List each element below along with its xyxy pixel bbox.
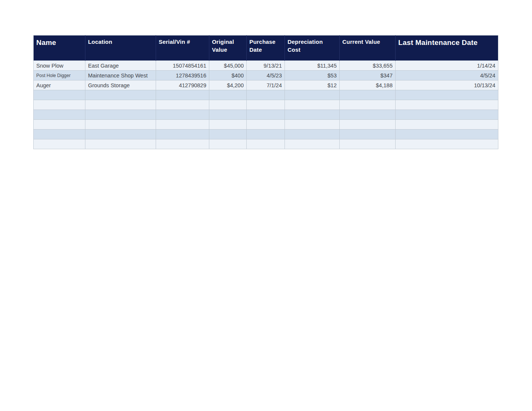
empty-cell <box>34 100 85 110</box>
empty-cell <box>285 110 340 120</box>
cell-current-value: $33,655 <box>340 61 396 71</box>
empty-row <box>34 110 498 120</box>
empty-row <box>34 139 498 149</box>
cell-name: Post Hole Digger <box>34 71 85 80</box>
cell-depreciation-cost: $53 <box>285 71 340 80</box>
empty-row <box>34 100 498 110</box>
empty-cell <box>209 100 247 110</box>
empty-cell <box>396 100 498 110</box>
empty-cell <box>247 90 285 100</box>
empty-cell <box>34 130 85 139</box>
empty-cell <box>156 90 209 100</box>
empty-cell <box>340 100 396 110</box>
empty-row <box>34 120 498 130</box>
asset-table: NameLocationSerial/Vin #Original ValuePu… <box>33 35 498 149</box>
cell-purchase-date: 4/5/23 <box>247 71 285 80</box>
empty-cell <box>209 130 247 139</box>
empty-cell <box>34 139 85 149</box>
cell-current-value: $347 <box>340 71 396 80</box>
empty-cell <box>209 139 247 149</box>
cell-name: Auger <box>34 80 85 90</box>
table-row: Snow PlowEast Garage15074854161$45,0009/… <box>34 61 498 71</box>
empty-cell <box>340 139 396 149</box>
empty-cell <box>209 110 247 120</box>
empty-cell <box>85 100 156 110</box>
empty-cell <box>247 120 285 130</box>
empty-cell <box>285 100 340 110</box>
empty-cell <box>85 90 156 100</box>
cell-original-value: $45,000 <box>209 61 247 71</box>
empty-cell <box>156 100 209 110</box>
empty-cell <box>247 130 285 139</box>
empty-cell <box>247 139 285 149</box>
cell-location: Grounds Storage <box>85 80 156 90</box>
empty-cell <box>396 130 498 139</box>
empty-cell <box>156 139 209 149</box>
empty-cell <box>340 130 396 139</box>
empty-cell <box>34 120 85 130</box>
column-header-purchase-date: Purchase Date <box>247 36 285 61</box>
cell-current-value: $4,188 <box>340 80 396 90</box>
cell-depreciation-cost: $12 <box>285 80 340 90</box>
empty-cell <box>85 120 156 130</box>
column-header-last-maintenance-date: Last Maintenance Date <box>396 36 498 61</box>
asset-table-container: NameLocationSerial/Vin #Original ValuePu… <box>33 35 498 149</box>
cell-purchase-date: 7/1/24 <box>247 80 285 90</box>
empty-cell <box>285 139 340 149</box>
empty-cell <box>85 130 156 139</box>
cell-name: Snow Plow <box>34 61 85 71</box>
empty-cell <box>340 110 396 120</box>
column-header-depreciation-cost: Depreciation Cost <box>285 36 340 61</box>
empty-cell <box>396 120 498 130</box>
table-row: Post Hole DiggerMaintenance Shop West127… <box>34 71 498 80</box>
empty-row <box>34 130 498 139</box>
cell-last-maintenance-date: 10/13/24 <box>396 80 498 90</box>
column-header-current-value: Current Value <box>340 36 396 61</box>
empty-cell <box>156 130 209 139</box>
column-header-location: Location <box>85 36 156 61</box>
cell-location: East Garage <box>85 61 156 71</box>
cell-serial-vin: 412790829 <box>156 80 209 90</box>
table-header: NameLocationSerial/Vin #Original ValuePu… <box>34 36 498 61</box>
empty-row <box>34 90 498 100</box>
table-row: AugerGrounds Storage412790829$4,2007/1/2… <box>34 80 498 90</box>
empty-cell <box>285 130 340 139</box>
empty-cell <box>396 139 498 149</box>
empty-cell <box>340 120 396 130</box>
cell-last-maintenance-date: 4/5/24 <box>396 71 498 80</box>
empty-cell <box>34 110 85 120</box>
empty-cell <box>85 139 156 149</box>
table-header-row: NameLocationSerial/Vin #Original ValuePu… <box>34 36 498 61</box>
empty-cell <box>85 110 156 120</box>
empty-cell <box>34 90 85 100</box>
column-header-name: Name <box>34 36 85 61</box>
column-header-serial-vin: Serial/Vin # <box>156 36 209 61</box>
cell-purchase-date: 9/13/21 <box>247 61 285 71</box>
empty-cell <box>285 120 340 130</box>
cell-serial-vin: 15074854161 <box>156 61 209 71</box>
empty-cell <box>156 120 209 130</box>
empty-cell <box>156 110 209 120</box>
cell-original-value: $4,200 <box>209 80 247 90</box>
cell-original-value: $400 <box>209 71 247 80</box>
empty-cell <box>396 110 498 120</box>
empty-cell <box>247 100 285 110</box>
empty-cell <box>396 90 498 100</box>
cell-depreciation-cost: $11,345 <box>285 61 340 71</box>
page-canvas: NameLocationSerial/Vin #Original ValuePu… <box>0 0 532 411</box>
cell-serial-vin: 1278439516 <box>156 71 209 80</box>
empty-cell <box>209 120 247 130</box>
empty-cell <box>247 110 285 120</box>
empty-cell <box>340 90 396 100</box>
empty-cell <box>285 90 340 100</box>
cell-last-maintenance-date: 1/14/24 <box>396 61 498 71</box>
cell-location: Maintenance Shop West <box>85 71 156 80</box>
column-header-original-value: Original Value <box>209 36 247 61</box>
table-body: Snow PlowEast Garage15074854161$45,0009/… <box>34 61 498 149</box>
empty-cell <box>209 90 247 100</box>
